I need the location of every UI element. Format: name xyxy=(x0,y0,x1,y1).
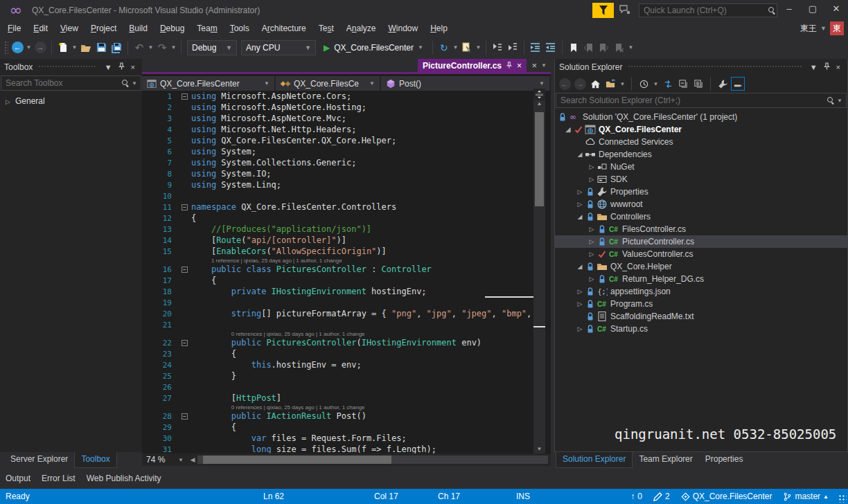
collapse-icon[interactable]: − xyxy=(182,93,188,100)
scrollbar-thumb[interactable] xyxy=(203,456,391,464)
menu-file[interactable]: File xyxy=(1,21,27,36)
tree-item-label[interactable]: Return_Helper_DG.cs xyxy=(622,274,704,284)
resize-grip[interactable] xyxy=(838,494,847,503)
zoom-level[interactable]: 74 % xyxy=(146,455,165,465)
tree-item-label[interactable]: appsettings.json xyxy=(610,287,671,296)
scroll-left-icon[interactable]: ◀ xyxy=(188,456,197,463)
code-line[interactable]: 21 xyxy=(142,319,533,330)
fold-margin[interactable]: − xyxy=(182,204,191,210)
tab-toolbox[interactable]: Toolbox xyxy=(74,452,116,468)
code-line[interactable]: 31 long size = files.Sum(f => f.Length); xyxy=(142,444,533,453)
code-text[interactable]: { xyxy=(191,349,236,359)
chevron-down-icon[interactable]: ▼ xyxy=(836,98,846,104)
navigate-next-item-icon[interactable] xyxy=(505,39,520,56)
tree-item-properties[interactable]: ▷Properties xyxy=(555,186,847,198)
quick-launch-box[interactable] xyxy=(639,3,777,17)
tree-item-picturecontroller-cs[interactable]: ▷C#PictureController.cs xyxy=(555,235,847,248)
tree-item-label[interactable]: Controllers xyxy=(610,212,651,222)
save-icon[interactable] xyxy=(94,39,109,56)
chevron-down-icon[interactable]: ▼ xyxy=(147,39,154,56)
chevron-collapsed-icon[interactable]: ▷ xyxy=(587,251,597,258)
codelens-text[interactable]: 0 references | qixiao, 25 days ago | 1 a… xyxy=(231,331,365,337)
fold-margin[interactable]: − xyxy=(182,340,191,346)
tree-item-label[interactable]: Properties xyxy=(610,187,648,197)
code-text[interactable]: using Microsoft.AspNetCore.Mvc; xyxy=(191,114,346,123)
tab-list-chevron-icon[interactable]: ▼ xyxy=(541,62,547,69)
undo-icon[interactable]: ↶ xyxy=(132,39,147,56)
refresh-icon[interactable] xyxy=(661,77,675,91)
horizontal-scrollbar[interactable] xyxy=(197,456,548,464)
toolbox-search-input[interactable] xyxy=(1,78,121,88)
zoom-control[interactable]: 74 % ▼ xyxy=(142,455,188,465)
pin-icon[interactable] xyxy=(820,62,833,71)
code-text[interactable]: using System.Linq; xyxy=(191,180,281,190)
codelens-row[interactable]: 0 references | qixiao, 25 days ago | 1 a… xyxy=(142,404,533,411)
refresh-icon[interactable]: ↻ xyxy=(436,39,452,56)
menu-tools[interactable]: Tools xyxy=(224,21,256,36)
breadcrumb-segment-2[interactable]: QX_Core.FilesCenter.Controlle▼ xyxy=(276,76,381,91)
next-bookmark-icon[interactable] xyxy=(597,39,612,56)
fold-margin[interactable]: − xyxy=(182,267,191,273)
new-file-icon[interactable] xyxy=(55,39,71,56)
tree-item-valuescontroller-cs[interactable]: ▷C#ValuesController.cs xyxy=(555,248,847,260)
chevron-collapsed-icon[interactable]: ▷ xyxy=(587,176,597,183)
tree-item-dependencies[interactable]: ◢Dependencies xyxy=(555,148,847,161)
open-file-icon[interactable] xyxy=(78,39,94,56)
code-line[interactable]: 14 [Route("api/[controller]")] xyxy=(142,235,533,246)
chevron-down-icon[interactable]: ▼ xyxy=(452,39,459,56)
code-text[interactable]: long size = files.Sum(f => f.Length); xyxy=(191,444,436,453)
tree-item-solution-qx-core-filescenter-1-project[interactable]: ∞Solution 'QX_Core.FilesCenter' (1 proje… xyxy=(555,111,847,123)
tree-item-program-cs[interactable]: ▷C#Program.cs xyxy=(555,298,847,310)
toolbar-grip[interactable] xyxy=(4,41,8,55)
code-text[interactable]: using Microsoft.Net.Http.Headers; xyxy=(191,125,356,134)
tab-picturecontroller[interactable]: PictureController.cs × xyxy=(418,59,527,72)
code-text[interactable]: string[] pictureFormatArray = { "png", "… xyxy=(191,309,531,318)
tree-item-label[interactable]: NuGet xyxy=(610,162,635,172)
minimize-button[interactable]: – xyxy=(777,0,801,18)
navigate-back-icon[interactable]: ← xyxy=(10,39,25,56)
code-text[interactable]: //[Produces("application/json")] xyxy=(191,224,371,234)
menu-test[interactable]: Test xyxy=(312,21,340,36)
increase-indent-icon[interactable] xyxy=(543,39,558,56)
back-icon[interactable]: ← xyxy=(558,77,572,91)
chevron-down-icon[interactable]: ▼ xyxy=(178,457,184,463)
code-line[interactable]: 29 { xyxy=(142,422,533,433)
code-text[interactable]: using Microsoft.AspNetCore.Cors; xyxy=(191,91,351,101)
codelens-row[interactable]: 1 reference | qixiao, 25 days ago | 1 au… xyxy=(142,257,533,264)
search-icon[interactable] xyxy=(121,78,130,88)
close-button[interactable]: ✕ xyxy=(824,0,848,18)
menu-debug[interactable]: Debug xyxy=(154,21,191,36)
code-line[interactable]: 10 xyxy=(142,190,533,201)
tree-item-return-helper-dg-cs[interactable]: ▷C#Return_Helper_DG.cs xyxy=(555,273,847,285)
chevron-collapsed-icon[interactable]: ▷ xyxy=(575,325,585,332)
close-document-icon[interactable]: × xyxy=(531,60,537,71)
chevron-collapsed-icon[interactable]: ▷ xyxy=(575,288,585,295)
menu-edit[interactable]: Edit xyxy=(27,21,54,36)
tree-item-qx-core-helper[interactable]: ◢QX_Core.Helper xyxy=(555,260,847,273)
code-line[interactable]: 17 { xyxy=(142,275,533,286)
tree-item-wwwroot[interactable]: ▷wwwroot xyxy=(555,198,847,210)
code-line[interactable]: 4using Microsoft.Net.Http.Headers; xyxy=(142,124,533,135)
send-feedback-icon[interactable] xyxy=(619,5,630,17)
code-text[interactable]: using System; xyxy=(191,147,256,156)
tree-item-label[interactable]: FilesController.cs xyxy=(622,224,686,234)
git-repository[interactable]: QX_Core.FilesCenter xyxy=(681,492,772,501)
collapse-icon[interactable]: − xyxy=(182,340,188,346)
chevron-down-icon[interactable]: ▼ xyxy=(539,80,545,87)
scroll-down-icon[interactable]: ▼ xyxy=(533,446,545,452)
tree-item-label[interactable]: SDK xyxy=(610,174,628,184)
breadcrumb-segment-1[interactable]: QX_Core.FilesCenter▼ xyxy=(142,76,276,91)
solution-explorer-search[interactable]: ▼ xyxy=(556,93,847,108)
tree-item-filescontroller-cs[interactable]: ▷C#FilesController.cs xyxy=(555,223,847,235)
code-text[interactable]: { xyxy=(191,213,196,223)
tree-item-label[interactable]: Dependencies xyxy=(599,150,652,159)
tree-item-connected-services[interactable]: Connected Services xyxy=(555,136,847,148)
chevron-expanded-icon[interactable]: ◢ xyxy=(563,126,573,133)
outgoing-commits[interactable]: ↑0 xyxy=(630,492,642,501)
tree-item-label[interactable]: Program.cs xyxy=(610,299,653,309)
tree-item-label[interactable]: QX_Core.Helper xyxy=(610,262,672,271)
chevron-down-icon[interactable]: ▼ xyxy=(369,80,375,87)
toolbox-item-general[interactable]: ▷General xyxy=(6,96,136,106)
chevron-down-icon[interactable]: ▼ xyxy=(25,39,33,56)
code-line[interactable]: 26 xyxy=(142,381,533,393)
